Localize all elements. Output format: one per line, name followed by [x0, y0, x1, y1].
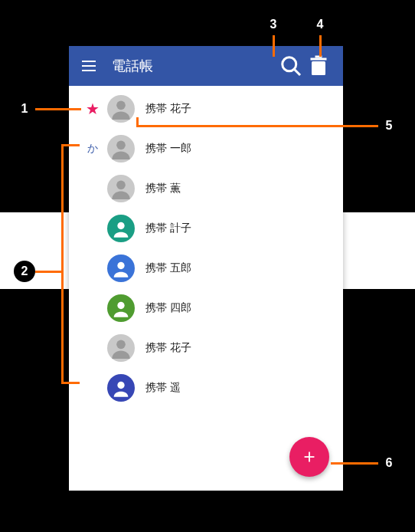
delete-button[interactable] [305, 52, 332, 80]
svg-point-13 [117, 302, 124, 309]
callout-2: 2 [14, 261, 35, 282]
contact-name: 携帯 遥 [145, 381, 181, 395]
callout-5: 5 [378, 115, 400, 136]
person-icon [110, 297, 132, 319]
contact-name: 携帯 花子 [145, 102, 191, 116]
svg-point-8 [116, 101, 126, 110]
trash-icon [305, 52, 332, 80]
svg-point-10 [116, 181, 126, 190]
svg-point-3 [283, 57, 296, 71]
callout-line-1 [35, 108, 81, 110]
contact-row[interactable]: 携帯 四郎 [69, 288, 343, 328]
callout-line-5v [136, 117, 139, 127]
svg-rect-5 [312, 61, 325, 75]
avatar [107, 374, 135, 402]
contact-row[interactable]: か 携帯 一郎 [69, 129, 343, 169]
avatar [107, 95, 135, 123]
contact-row[interactable]: 携帯 花子 [69, 328, 343, 368]
svg-point-14 [116, 340, 126, 350]
callout-line-5h [136, 125, 378, 127]
person-icon [110, 218, 132, 239]
callout-6: 6 [378, 452, 400, 474]
person-icon [110, 377, 132, 399]
plus-icon [301, 448, 318, 465]
contact-name: 携帯 四郎 [145, 301, 191, 315]
avatar [107, 215, 135, 242]
svg-point-15 [117, 382, 124, 389]
avatar [107, 294, 135, 322]
callout-line-4 [319, 35, 322, 57]
svg-rect-6 [311, 58, 327, 61]
contact-list: ★ 携帯 花子 か 携帯 一郎 携帯 薫 携帯 計子 [69, 86, 343, 408]
contact-row[interactable]: 携帯 薫 [69, 169, 343, 209]
callout-line-2t [61, 144, 80, 146]
callout-line-3 [273, 35, 275, 57]
contact-name: 携帯 薫 [145, 182, 181, 195]
callout-1: 1 [14, 98, 35, 120]
contact-row[interactable]: 携帯 五郎 [69, 248, 343, 288]
person-silhouette-icon [110, 337, 132, 359]
callout-3: 3 [263, 14, 284, 35]
svg-point-12 [117, 262, 124, 269]
callout-line-2v [61, 144, 64, 383]
contact-name: 携帯 一郎 [145, 142, 191, 156]
svg-point-9 [116, 141, 126, 150]
menu-button[interactable] [80, 57, 98, 75]
callout-line-6 [331, 462, 378, 465]
contact-name: 携帯 計子 [145, 222, 191, 235]
phone-frame: 電話帳 ★ 携帯 花子 か 携帯 一郎 [69, 46, 343, 491]
avatar [107, 175, 135, 202]
callout-line-2c [35, 271, 63, 273]
avatar [107, 135, 135, 163]
add-contact-fab[interactable] [289, 437, 329, 477]
index-label: か [78, 142, 107, 156]
avatar [107, 255, 135, 282]
contact-row[interactable]: 携帯 遥 [69, 368, 343, 408]
search-button[interactable] [277, 52, 305, 80]
svg-point-11 [117, 222, 124, 229]
person-icon [110, 258, 132, 279]
app-bar: 電話帳 [69, 46, 343, 86]
star-icon: ★ [78, 100, 107, 118]
callout-4: 4 [309, 14, 331, 35]
contact-name: 携帯 五郎 [145, 261, 191, 275]
svg-line-4 [295, 70, 301, 76]
person-silhouette-icon [110, 138, 132, 159]
person-silhouette-icon [110, 178, 132, 199]
contact-row[interactable]: ★ 携帯 花子 [69, 89, 343, 129]
callout-line-2b [61, 382, 80, 384]
appbar-title: 電話帳 [112, 57, 277, 75]
hamburger-icon [80, 57, 98, 75]
contact-name: 携帯 花子 [145, 341, 191, 355]
person-silhouette-icon [110, 98, 132, 120]
contact-row[interactable]: 携帯 計子 [69, 209, 343, 248]
search-icon [277, 52, 305, 80]
avatar [107, 334, 135, 362]
